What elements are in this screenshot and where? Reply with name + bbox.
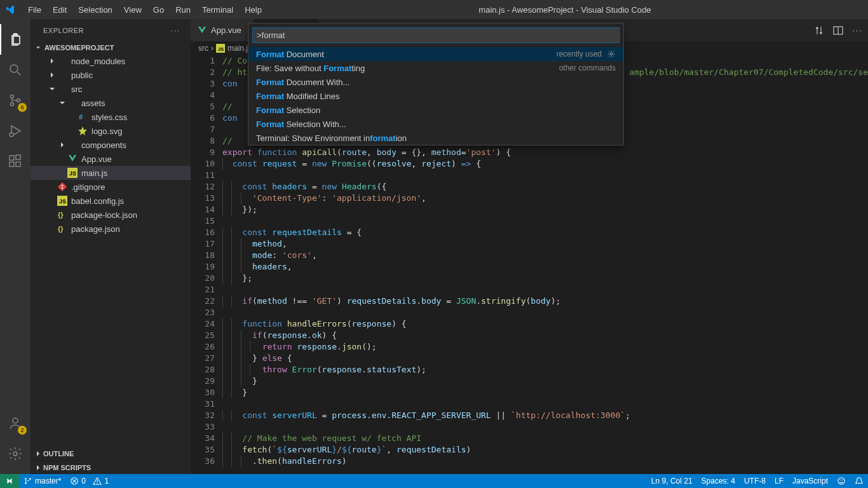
vscode-logo [5,4,15,15]
menu-go[interactable]: Go [148,3,169,17]
window-title: main.js - AwesomeProject - Visual Studio… [267,5,863,15]
svg-point-15 [62,185,63,186]
menubar: FileEditSelectionViewGoRunTerminalHelp m… [0,0,868,19]
gear-icon[interactable] [607,50,616,58]
source-control-icon[interactable]: 6 [0,85,31,116]
scm-badge: 6 [18,103,27,112]
menu-file[interactable]: File [23,3,46,17]
svg-point-34 [840,480,841,480]
explorer-title: EXPLORER [43,27,84,34]
svg-rect-7 [10,162,14,166]
menu-run[interactable]: Run [170,3,196,17]
svg-rect-8 [16,162,20,166]
cursor-position[interactable]: Ln 9, Col 21 [647,474,697,488]
accounts-badge: 2 [18,426,27,435]
svg-text:{}: {} [58,211,64,219]
extensions-icon[interactable] [0,146,31,177]
svg-text:JS: JS [59,198,66,205]
more-icon[interactable]: ··· [171,27,180,34]
indentation[interactable]: Spaces: 4 [697,474,740,488]
run-debug-icon[interactable] [0,116,31,146]
menu-terminal[interactable]: Terminal [197,3,238,17]
activity-bar: 6 2 [0,19,31,474]
remote-indicator[interactable] [0,474,19,488]
tree-item-babel-config-js[interactable]: JSbabel.config.js [31,194,191,208]
svg-point-35 [842,480,843,480]
menu-edit[interactable]: Edit [48,3,72,17]
tab-App-vue[interactable]: App.vue [191,19,254,41]
palette-item-6[interactable]: Terminal: Show Environment information [248,131,623,145]
tree-item-node_modules[interactable]: node_modules [31,54,191,68]
problems-indicator[interactable]: 0 1 [65,474,113,488]
encoding[interactable]: UTF-8 [740,474,770,488]
menu-help[interactable]: Help [240,3,267,17]
svg-point-16 [62,187,63,189]
svg-point-11 [13,452,17,456]
svg-text:JS: JS [218,46,224,52]
palette-item-0[interactable]: Format Documentrecently used [248,47,623,61]
status-bar: master* 0 1 Ln 9, Col 21 Spaces: 4 UTF-8… [0,474,868,488]
svg-point-3 [11,103,14,106]
tree-item--gitignore[interactable]: .gitignore [31,180,191,194]
js-file-icon: JS [216,44,225,53]
tree-item-main-js[interactable]: JSmain.js [31,166,191,180]
notifications-icon[interactable] [850,474,868,488]
more-actions-icon[interactable]: ··· [852,25,863,35]
tree-item-package-json[interactable]: {}package.json [31,222,191,236]
tree-item-styles-css[interactable]: #styles.css [31,110,191,124]
svg-point-10 [13,418,18,423]
tree-item-logo-svg[interactable]: logo.svg [31,124,191,138]
menu-view[interactable]: View [119,3,147,17]
svg-point-36 [610,53,613,55]
outline-header[interactable]: OUTLINE [31,446,191,460]
language-mode[interactable]: JavaScript [788,474,832,488]
accounts-icon[interactable]: 2 [0,408,31,438]
svg-point-4 [17,99,20,102]
svg-point-32 [97,483,98,484]
command-palette: Format Documentrecently usedFile: Save w… [248,23,624,146]
settings-gear-icon[interactable] [0,438,31,469]
palette-item-1[interactable]: File: Save without Formattingother comma… [248,61,623,75]
palette-item-4[interactable]: Format Selection [248,103,623,117]
tree-item-assets[interactable]: assets [31,96,191,110]
palette-input[interactable] [252,27,620,43]
git-branch[interactable]: master* [19,474,65,488]
eol[interactable]: LF [770,474,788,488]
tree-item-public[interactable]: public [31,68,191,82]
svg-point-2 [11,95,14,98]
tree-item-App-vue[interactable]: App.vue [31,152,191,166]
svg-line-1 [17,72,20,75]
palette-item-2[interactable]: Format Document With... [248,75,623,89]
npm-scripts-header[interactable]: NPM SCRIPTS [31,460,191,474]
palette-item-3[interactable]: Format Modified Lines [248,89,623,103]
feedback-icon[interactable] [832,474,850,488]
palette-item-5[interactable]: Format Selection With... [248,117,623,131]
project-header[interactable]: AWESOMEPROJECT [31,41,191,54]
compare-changes-icon[interactable] [814,25,824,36]
tree-item-package-lock-json[interactable]: {}package-lock.json [31,208,191,222]
svg-point-33 [838,478,845,485]
tree-item-src[interactable]: src [31,82,191,96]
split-editor-icon[interactable] [833,25,843,36]
svg-rect-6 [10,156,14,160]
tree-item-components[interactable]: components [31,138,191,152]
menu-selection[interactable]: Selection [73,3,117,17]
search-icon[interactable] [0,55,31,85]
svg-text:{}: {} [58,225,64,233]
explorer-sidebar: EXPLORER ··· AWESOMEPROJECT node_modules… [31,19,191,474]
svg-text:JS: JS [69,170,76,177]
svg-rect-9 [16,155,20,159]
explorer-icon[interactable] [0,24,31,55]
svg-point-5 [10,133,13,137]
svg-point-0 [10,65,18,72]
svg-text:#: # [79,113,83,121]
